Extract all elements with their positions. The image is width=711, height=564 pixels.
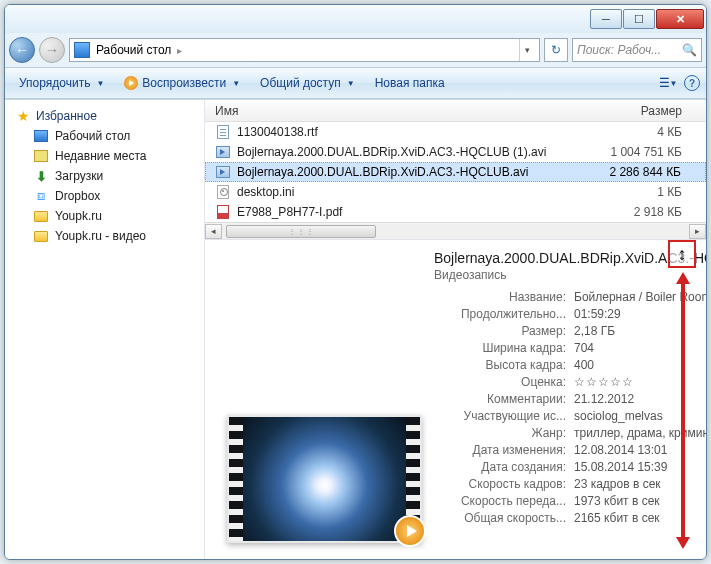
scroll-right-button[interactable]: ▸ [689, 224, 706, 239]
folder-icon [34, 231, 48, 242]
metadata-value[interactable]: 400 [574, 358, 594, 372]
scroll-thumb[interactable]: ⋮⋮⋮ [226, 225, 376, 238]
new-folder-button[interactable]: Новая папка [367, 71, 453, 95]
metadata-value[interactable]: 01:59:29 [574, 307, 621, 321]
desktop-icon [34, 130, 48, 142]
media-player-icon [394, 515, 426, 547]
explorer-window: ─ ☐ ✕ ← → Рабочий стол ▸ ▾ ↻ Поиск: Рабо… [4, 4, 707, 560]
help-button[interactable]: ? [684, 75, 700, 91]
file-list: 1130040138.rtf 4 КБ Bojlernaya.2000.DUAL… [205, 122, 706, 222]
organize-button[interactable]: Упорядочить▼ [11, 71, 112, 95]
metadata-key: Общая скорость... [434, 511, 574, 525]
toolbar: Упорядочить▼ Воспроизвести▼ Общий доступ… [5, 67, 706, 99]
file-row-selected[interactable]: Bojlernaya.2000.DUAL.BDRip.XviD.AC3.-HQC… [205, 162, 706, 182]
metadata-value[interactable]: 704 [574, 341, 594, 355]
favorites-header[interactable]: ★ Избранное [5, 106, 204, 126]
dropbox-icon [33, 188, 49, 204]
play-button[interactable]: Воспроизвести▼ [116, 71, 248, 95]
metadata-row: Дата изменения:12.08.2014 13:01 [434, 441, 706, 458]
metadata-value[interactable]: 12.08.2014 13:01 [574, 443, 667, 457]
back-button[interactable]: ← [9, 37, 35, 63]
address-text: Рабочий стол [96, 43, 171, 57]
file-row[interactable]: 1130040138.rtf 4 КБ [205, 122, 706, 142]
column-name[interactable]: Имя [211, 104, 606, 118]
column-size[interactable]: Размер [606, 104, 706, 118]
sidebar-item-youpk[interactable]: Youpk.ru [5, 206, 204, 226]
share-button[interactable]: Общий доступ▼ [252, 71, 363, 95]
search-input[interactable]: Поиск: Рабоч... 🔍 [572, 38, 702, 62]
maximize-button[interactable]: ☐ [623, 9, 655, 29]
video-frame [243, 417, 406, 541]
metadata-key: Жанр: [434, 426, 574, 440]
details-pane: Bojlernaya.2000.DUAL.BDRip.XviD.AC3.-HQC… [205, 239, 706, 559]
metadata-row: Ширина кадра:704 [434, 339, 706, 356]
file-row[interactable]: desktop.ini 1 КБ [205, 182, 706, 202]
sidebar-item-downloads[interactable]: Загрузки [5, 166, 204, 186]
sidebar-item-recent[interactable]: Недавние места [5, 146, 204, 166]
folder-icon [34, 211, 48, 222]
main-pane: Имя Размер 1130040138.rtf 4 КБ Bojlernay… [205, 100, 706, 559]
address-dropdown[interactable]: ▾ [519, 39, 535, 61]
metadata-key: Комментарии: [434, 392, 574, 406]
metadata-row: Название:Бойлерная / Boiler Room (2000) … [434, 288, 706, 305]
close-button[interactable]: ✕ [656, 9, 704, 29]
sidebar-item-dropbox[interactable]: Dropbox [5, 186, 204, 206]
preview-column [219, 250, 422, 553]
view-options-button[interactable]: ☰ ▼ [656, 71, 680, 95]
video-icon [216, 146, 230, 158]
address-bar[interactable]: Рабочий стол ▸ ▾ [69, 38, 540, 62]
metadata-row: Жанр:триллер, драма, криминал [434, 424, 706, 441]
metadata-value[interactable]: 23 кадров в сек [574, 477, 661, 491]
metadata-key: Название: [434, 290, 574, 304]
metadata-row: Оценка:☆☆☆☆☆ [434, 373, 706, 390]
metadata-key: Размер: [434, 324, 574, 338]
file-row[interactable]: E7988_P8H77-I.pdf 2 918 КБ [205, 202, 706, 222]
desktop-icon [74, 42, 90, 58]
metadata-row: Скорость переда...1973 кбит в сек [434, 492, 706, 509]
recent-icon [34, 150, 48, 162]
metadata-value[interactable]: 2,18 ГБ [574, 324, 615, 338]
metadata-key: Дата изменения: [434, 443, 574, 457]
chevron-down-icon: ▼ [232, 79, 240, 88]
search-icon[interactable]: 🔍 [682, 43, 697, 57]
metadata-key: Продолжительно... [434, 307, 574, 321]
metadata-value[interactable]: sociolog_melvas [574, 409, 663, 423]
metadata-key: Скорость кадров: [434, 477, 574, 491]
metadata-key: Скорость переда... [434, 494, 574, 508]
metadata-key: Ширина кадра: [434, 341, 574, 355]
metadata-value[interactable]: 21.12.2012 [574, 392, 634, 406]
sidebar-item-desktop[interactable]: Рабочий стол [5, 126, 204, 146]
minimize-button[interactable]: ─ [590, 9, 622, 29]
rating-stars[interactable]: ☆☆☆☆☆ [574, 375, 634, 389]
horizontal-scrollbar[interactable]: ◂ ⋮⋮⋮ ▸ [205, 222, 706, 239]
details-type: Видеозапись [434, 268, 706, 282]
scroll-track[interactable]: ⋮⋮⋮ [222, 224, 689, 239]
file-row[interactable]: Bojlernaya.2000.DUAL.BDRip.XviD.AC3.-HQC… [205, 142, 706, 162]
chevron-right-icon[interactable]: ▸ [177, 45, 182, 56]
metadata-key: Высота кадра: [434, 358, 574, 372]
video-thumbnail[interactable] [227, 415, 422, 543]
sidebar-item-youpk-video[interactable]: Youpk.ru - видео [5, 226, 204, 246]
metadata-value[interactable]: 1973 кбит в сек [574, 494, 660, 508]
metadata-value[interactable]: 2165 кбит в сек [574, 511, 660, 525]
play-icon [124, 76, 138, 90]
metadata-row: Высота кадра:400 [434, 356, 706, 373]
pdf-icon [217, 205, 229, 219]
resize-handle-annotation [668, 240, 696, 268]
video-icon [216, 166, 230, 178]
metadata-row: Продолжительно...01:59:29 [434, 305, 706, 322]
star-icon: ★ [17, 108, 30, 124]
column-headers: Имя Размер [205, 100, 706, 122]
search-placeholder: Поиск: Рабоч... [577, 43, 661, 57]
metadata-key: Дата создания: [434, 460, 574, 474]
chevron-down-icon: ▼ [347, 79, 355, 88]
refresh-button[interactable]: ↻ [544, 38, 568, 62]
metadata-key: Оценка: [434, 375, 574, 389]
rtf-icon [217, 125, 229, 139]
film-sprocket-icon [229, 417, 243, 541]
forward-button[interactable]: → [39, 37, 65, 63]
scroll-left-button[interactable]: ◂ [205, 224, 222, 239]
sidebar: ★ Избранное Рабочий стол Недавние места … [5, 100, 205, 559]
metadata-value[interactable]: 15.08.2014 15:39 [574, 460, 667, 474]
metadata-row: Размер:2,18 ГБ [434, 322, 706, 339]
